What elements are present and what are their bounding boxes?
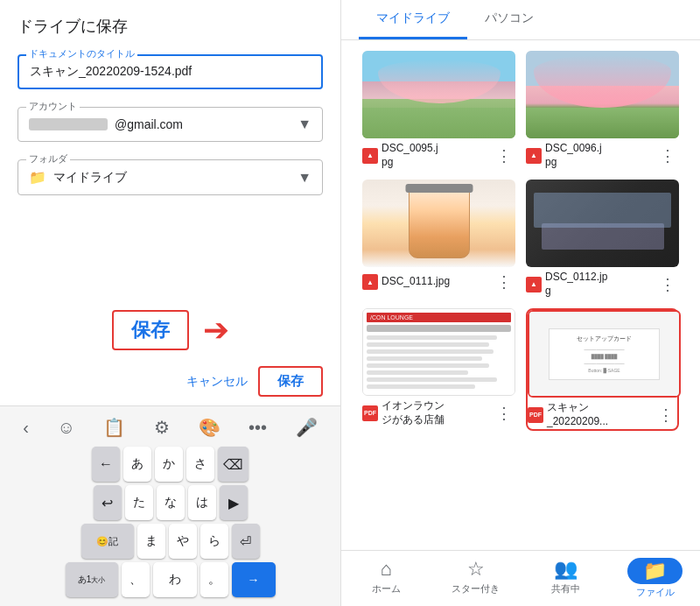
left-header: ドライブに保存 — [0, 0, 340, 46]
more-icon-aeon[interactable]: ⋮ — [493, 402, 515, 425]
action-row: キャンセル 保存 — [0, 357, 340, 405]
kb-key-ha[interactable]: は — [188, 485, 216, 520]
nav-label-shared: 共有中 — [551, 582, 580, 595]
file-info-dsc0112: ▲ DSC_0112.jpg ⋮ — [526, 271, 679, 298]
cancel-button[interactable]: キャンセル — [186, 374, 248, 390]
kb-key-comma[interactable]: 、 — [122, 562, 150, 597]
kb-key-emoji-kigo[interactable]: 😊記 — [81, 524, 134, 559]
kb-key-a[interactable]: あ — [123, 447, 151, 482]
file-name-dsc0112: DSC_0112.jpg — [545, 271, 607, 298]
kb-theme-icon[interactable]: 🎨 — [192, 413, 228, 441]
account-label: アカウント — [26, 100, 80, 113]
kb-more-icon[interactable]: ••• — [242, 414, 274, 441]
kb-key-backspace-arrow[interactable]: ← — [92, 447, 120, 482]
scan-visual: セットアップカード ───────────── ████ ████ ──────… — [529, 312, 679, 396]
more-icon-scan[interactable]: ⋮ — [654, 404, 677, 426]
kb-key-ta[interactable]: た — [125, 485, 153, 520]
nav-label-files: ファイル — [636, 586, 675, 599]
folder-value: 📁 マイドライブ — [29, 169, 127, 186]
file-thumb-dsc0096[interactable] — [526, 51, 679, 138]
nav-item-starred[interactable]: ☆ スター付き — [431, 558, 522, 599]
file-name-area-dsc0111: ▲ DSC_0111.jpg — [362, 274, 493, 290]
nav-item-files[interactable]: 📁 ファイル — [611, 558, 701, 599]
kb-key-return[interactable]: ↩ — [94, 485, 122, 520]
folder-icon: 📁 — [29, 169, 46, 186]
kb-clipboard-icon[interactable]: 📋 — [96, 413, 132, 441]
folder-label: フォルダ — [26, 152, 70, 166]
nav-item-shared[interactable]: 👥 共有中 — [521, 558, 611, 599]
drink-visual — [362, 180, 515, 267]
file-name-dsc0096: DSC_0096.jpg — [545, 142, 602, 169]
kb-row-1: ← あ か さ ⌫ — [5, 447, 335, 482]
account-chevron-icon: ▼ — [298, 116, 312, 132]
kb-mic-icon[interactable]: 🎤 — [289, 413, 325, 441]
more-icon-dsc0112[interactable]: ⋮ — [656, 273, 679, 296]
nav-item-home[interactable]: ⌂ ホーム — [341, 558, 431, 599]
save-button[interactable]: 保存 — [258, 366, 323, 397]
tab-pc[interactable]: パソコン — [467, 0, 551, 39]
file-name-scan: スキャン_20220209... — [547, 401, 608, 428]
grid-row-2: ▲ DSC_0111.jpg ⋮ ▲ DSC_0112.jpg — [355, 180, 686, 298]
file-thumb-scan[interactable]: セットアップカード ───────────── ████ ████ ──────… — [528, 310, 681, 398]
tab-pc-label: パソコン — [485, 11, 534, 25]
arrow-right-icon: ➔ — [203, 312, 229, 349]
kb-back-icon[interactable]: ‹ — [16, 414, 36, 441]
right-panel: マイドライブ パソコン ▲ DSC_0095.jpg — [341, 0, 700, 606]
kb-key-enter[interactable]: ⏎ — [232, 524, 260, 559]
more-icon-dsc0095[interactable]: ⋮ — [493, 144, 515, 167]
kb-key-ya[interactable]: や — [169, 524, 197, 559]
grid-row-3: /CON LOUNGE PDF イオン — [355, 308, 686, 430]
file-name-area-dsc0096: ▲ DSC_0096.jpg — [526, 142, 656, 169]
kb-row-3: 😊記 ま や ら ⏎ — [5, 524, 335, 559]
kb-settings-icon[interactable]: ⚙ — [147, 413, 177, 441]
file-name-area-scan: PDF スキャン_20220209... — [528, 401, 654, 428]
nav-label-home: ホーム — [372, 582, 401, 595]
kb-key-ma[interactable]: ま — [137, 524, 165, 559]
kb-emoji-icon[interactable]: ☺ — [50, 414, 81, 441]
folder-field: フォルダ 📁 マイドライブ ▼ — [18, 159, 323, 195]
save-big-area: 保存 ➔ — [0, 307, 340, 357]
gmail-suffix: @gmail.com — [115, 117, 183, 131]
file-card-dsc0112: ▲ DSC_0112.jpg ⋮ — [526, 180, 679, 298]
page-title: ドライブに保存 — [18, 16, 323, 37]
kb-key-ka[interactable]: か — [155, 447, 183, 482]
file-name-dsc0095: DSC_0095.jpg — [382, 142, 438, 169]
document-title-label: ドキュメントのタイトル — [26, 47, 137, 60]
form-area: ドキュメントのタイトル アカウント @gmail.com ▼ フォルダ 📁 マイ… — [0, 46, 340, 307]
file-name-area-aeon: PDF イオンラウンジがある店舗 — [362, 399, 493, 426]
kb-key-na[interactable]: な — [157, 485, 185, 520]
more-icon-dsc0096[interactable]: ⋮ — [656, 144, 679, 167]
file-card-dsc0096: ▲ DSC_0096.jpg ⋮ — [526, 51, 679, 169]
file-thumb-dsc0095[interactable] — [362, 51, 515, 138]
file-thumb-dsc0111[interactable] — [362, 180, 515, 267]
file-name-aeon: イオンラウンジがある店舗 — [382, 399, 444, 426]
files-icon: 📁 — [627, 558, 682, 584]
save-label: 保存 — [277, 373, 304, 388]
more-icon-dsc0111[interactable]: ⋮ — [493, 271, 515, 293]
kb-row-2: ↩ た な は ▶ — [5, 485, 335, 520]
home-icon: ⌂ — [381, 558, 392, 581]
kb-key-arrow-right[interactable]: ▶ — [220, 485, 248, 520]
kb-key-wa[interactable]: わ — [153, 562, 197, 597]
save-big-button[interactable]: 保存 — [112, 310, 189, 350]
kb-key-a1[interactable]: あ1大小 — [66, 562, 118, 597]
kb-key-delete-icon[interactable]: ⌫ — [218, 447, 248, 482]
kb-key-sa[interactable]: さ — [186, 447, 214, 482]
bottom-nav: ⌂ ホーム ☆ スター付き 👥 共有中 📁 ファイル — [341, 550, 700, 606]
nav-label-starred: スター付き — [452, 582, 500, 595]
file-thumb-aeon[interactable]: /CON LOUNGE — [362, 308, 515, 396]
save-big-label: 保存 — [131, 319, 170, 341]
file-thumb-dsc0112[interactable] — [526, 180, 679, 267]
tab-my-drive[interactable]: マイドライブ — [359, 0, 467, 39]
kb-key-period[interactable]: 。 — [200, 562, 228, 597]
file-card-scan: セットアップカード ───────────── ████ ████ ──────… — [526, 308, 679, 430]
kb-key-space-blue[interactable]: → — [232, 562, 276, 597]
scan-card-lines: ───────────── ████ ████ ───────────── Bu… — [555, 346, 654, 374]
list-visual: /CON LOUNGE — [363, 309, 514, 395]
folder-name: マイドライブ — [53, 170, 127, 186]
keyboard-rows: ← あ か さ ⌫ ↩ た な は ▶ 😊記 ま や ら ⏎ あ1大小 — [0, 445, 340, 606]
grid-row-1: ▲ DSC_0095.jpg ⋮ ▲ DSC_0096.jpg — [355, 51, 686, 169]
file-info-dsc0096: ▲ DSC_0096.jpg ⋮ — [526, 142, 679, 169]
folder-chevron-icon: ▼ — [298, 170, 312, 186]
kb-key-ra[interactable]: ら — [200, 524, 228, 559]
